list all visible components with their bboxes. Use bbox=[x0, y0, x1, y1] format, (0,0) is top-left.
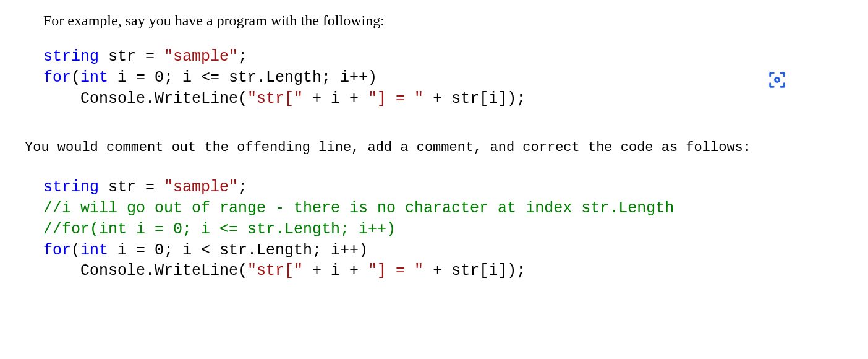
code-text: str = bbox=[99, 48, 164, 66]
code-text: ; bbox=[238, 178, 247, 196]
code-text: str = bbox=[99, 178, 164, 196]
code-keyword: for bbox=[43, 69, 71, 87]
code-keyword: int bbox=[80, 69, 108, 87]
code-block-original: string str = "sample"; for(int i = 0; i … bbox=[43, 46, 825, 109]
code-block-corrected: string str = "sample"; //i will go out o… bbox=[43, 177, 825, 282]
code-string: "sample" bbox=[164, 48, 238, 66]
code-text: i = 0; i <= str.Length; i++) bbox=[108, 69, 377, 87]
code-text: ( bbox=[71, 241, 80, 259]
code-comment: //i will go out of range - there is no c… bbox=[43, 199, 674, 217]
code-keyword: string bbox=[43, 48, 99, 66]
code-string: "sample" bbox=[164, 178, 238, 196]
intro-paragraph: For example, say you have a program with… bbox=[43, 12, 825, 29]
code-text: Console.WriteLine( bbox=[43, 90, 247, 108]
code-keyword: string bbox=[43, 178, 99, 196]
code-comment: //for(int i = 0; i <= str.Length; i++) bbox=[43, 220, 396, 238]
instruction-paragraph: You would comment out the offending line… bbox=[25, 140, 825, 155]
code-text: + i + bbox=[303, 262, 368, 280]
code-text: ( bbox=[71, 69, 80, 87]
code-keyword: int bbox=[80, 241, 108, 259]
svg-point-0 bbox=[775, 77, 779, 82]
code-text: + str[i]); bbox=[423, 262, 525, 280]
code-string: "] = " bbox=[368, 262, 423, 280]
code-text: ; bbox=[238, 48, 247, 66]
code-string: "str[" bbox=[247, 262, 303, 280]
code-string: "] = " bbox=[368, 90, 423, 108]
code-text: Console.WriteLine( bbox=[43, 262, 247, 280]
code-text: i = 0; i < str.Length; i++) bbox=[108, 241, 368, 259]
viewfinder-icon[interactable] bbox=[767, 69, 788, 90]
code-keyword: for bbox=[43, 241, 71, 259]
code-text: + i + bbox=[303, 90, 368, 108]
code-string: "str[" bbox=[247, 90, 303, 108]
code-text: + str[i]); bbox=[423, 90, 525, 108]
